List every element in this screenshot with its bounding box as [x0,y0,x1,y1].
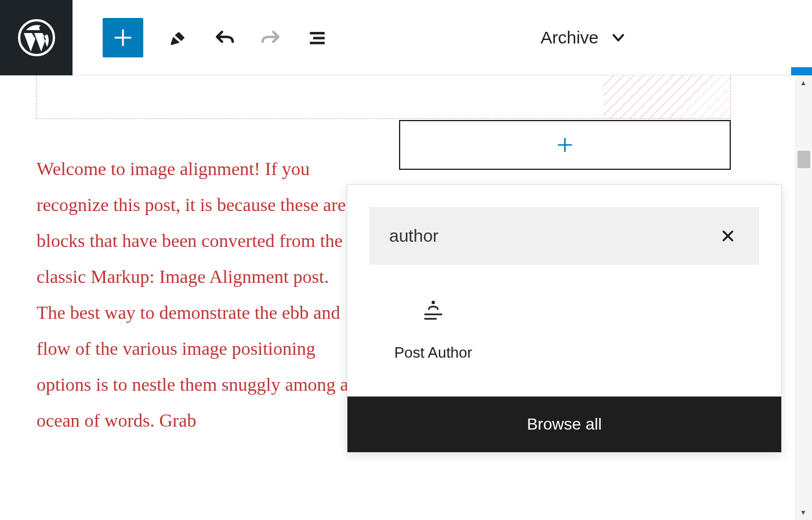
plus-icon [112,27,134,49]
vertical-scrollbar[interactable]: ▲ ▼ [795,75,812,520]
redo-button[interactable] [260,27,281,48]
close-icon [720,228,735,243]
scroll-thumb[interactable] [798,151,810,168]
chevron-down-icon [610,30,626,46]
scroll-up-arrow[interactable]: ▲ [795,75,812,90]
svg-rect-5 [425,314,443,315]
add-block-button[interactable] [103,18,143,57]
block-result-label: Post Author [369,344,497,362]
browse-all-button[interactable]: Browse all [347,397,781,452]
toolbar-tools [168,27,328,48]
editor-toolbar: Archive [0,0,812,75]
editor-canvas: Welcome to image alignment! If you recog… [0,75,812,520]
block-appender-button[interactable] [399,120,731,170]
template-placeholder-outline [36,75,731,119]
undo-icon [215,28,234,48]
block-inserter-popover: Post Author Browse all [347,184,782,453]
edit-tool-button[interactable] [168,27,188,48]
scroll-down-arrow[interactable]: ▼ [795,505,812,520]
inserter-search-row [369,207,759,265]
undo-button[interactable] [214,27,235,48]
settings-sidebar-tab-indicator [791,67,812,75]
list-view-button[interactable] [307,27,328,48]
post-author-icon [369,294,497,329]
svg-rect-1 [310,32,325,34]
pencil-icon [168,28,188,48]
inserter-search-input[interactable] [389,226,716,246]
document-title: Archive [541,28,599,48]
document-title-dropdown[interactable]: Archive [541,28,626,48]
svg-point-4 [432,301,435,304]
redo-icon [261,28,281,48]
svg-rect-6 [425,318,437,320]
svg-rect-2 [313,37,325,39]
wordpress-logo-icon [18,19,55,56]
block-result-post-author[interactable]: Post Author [369,282,497,373]
post-content-paragraph[interactable]: Welcome to image alignment! If you recog… [37,151,361,438]
clear-search-button[interactable] [716,224,740,248]
svg-rect-3 [310,42,325,44]
plus-icon [556,136,574,154]
list-view-icon [307,28,327,48]
wordpress-logo[interactable] [0,0,72,75]
